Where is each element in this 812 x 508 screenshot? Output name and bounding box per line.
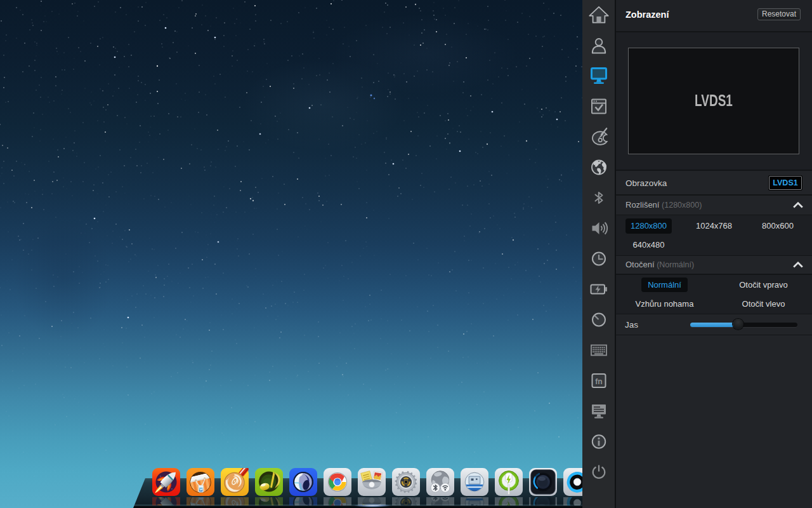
svg-text:fn: fn [595,377,602,386]
